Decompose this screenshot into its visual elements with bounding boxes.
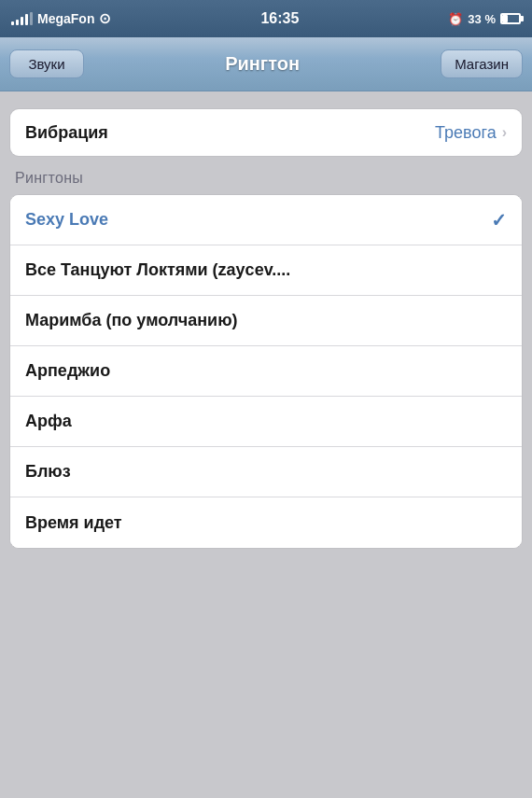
signal-bar-3 bbox=[21, 17, 23, 25]
ringtones-list: Sexy Love ✓ Все Танцуют Локтями (zaycev.… bbox=[9, 194, 523, 549]
wifi-icon: ⊙ bbox=[99, 10, 111, 27]
store-button[interactable]: Магазин bbox=[441, 49, 523, 78]
signal-bar-2 bbox=[16, 20, 19, 25]
vibration-row[interactable]: Вибрация Тревога › bbox=[10, 109, 522, 156]
status-left: MegaFon ⊙ bbox=[11, 10, 111, 27]
vibration-section: Вибрация Тревога › bbox=[9, 108, 523, 157]
main-content: Вибрация Тревога › Рингтоны Sexy Love ✓ … bbox=[0, 108, 532, 549]
signal-bar-4 bbox=[25, 14, 28, 25]
ringtone-name: Все Танцуют Локтями (zaycev.... bbox=[25, 260, 290, 280]
signal-bars-icon bbox=[11, 12, 33, 25]
ringtone-name: Блюз bbox=[25, 462, 71, 482]
battery-percent: 33 % bbox=[468, 12, 496, 26]
ringtone-name: Маримба (по умолчанию) bbox=[25, 311, 238, 330]
ringtone-name: Sexy Love bbox=[25, 210, 108, 230]
signal-bar-5 bbox=[30, 12, 33, 25]
ringtone-name: Время идет bbox=[25, 513, 122, 533]
battery-icon bbox=[500, 13, 521, 24]
list-item[interactable]: Время идет bbox=[10, 497, 522, 548]
status-bar: MegaFon ⊙ 16:35 ⏰ 33 % bbox=[0, 0, 532, 37]
chevron-icon: › bbox=[502, 124, 507, 141]
list-item[interactable]: Арпеджио bbox=[10, 346, 522, 397]
back-button[interactable]: Звуки bbox=[9, 49, 84, 78]
navigation-bar: Звуки Рингтон Магазин bbox=[0, 37, 532, 91]
carrier-name: MegaFon bbox=[37, 11, 94, 26]
vibration-label: Вибрация bbox=[25, 123, 108, 143]
page-title: Рингтон bbox=[225, 53, 300, 75]
vibration-value: Тревога bbox=[435, 123, 497, 143]
ringtones-section-header: Рингтоны bbox=[0, 157, 532, 194]
list-item[interactable]: Все Танцуют Локтями (zaycev.... bbox=[10, 245, 522, 296]
ringtone-name: Арпеджио bbox=[25, 361, 110, 381]
vibration-value-container: Тревога › bbox=[435, 123, 507, 143]
signal-bar-1 bbox=[11, 21, 14, 25]
list-item[interactable]: Арфа bbox=[10, 397, 522, 447]
list-item[interactable]: Маримба (по умолчанию) bbox=[10, 296, 522, 346]
status-right: ⏰ 33 % bbox=[448, 12, 521, 26]
list-item[interactable]: Блюз bbox=[10, 447, 522, 497]
checkmark-icon: ✓ bbox=[491, 209, 507, 231]
status-time: 16:35 bbox=[260, 10, 299, 27]
alarm-icon: ⏰ bbox=[448, 12, 463, 26]
list-item[interactable]: Sexy Love ✓ bbox=[10, 195, 522, 245]
ringtone-name: Арфа bbox=[25, 412, 72, 431]
